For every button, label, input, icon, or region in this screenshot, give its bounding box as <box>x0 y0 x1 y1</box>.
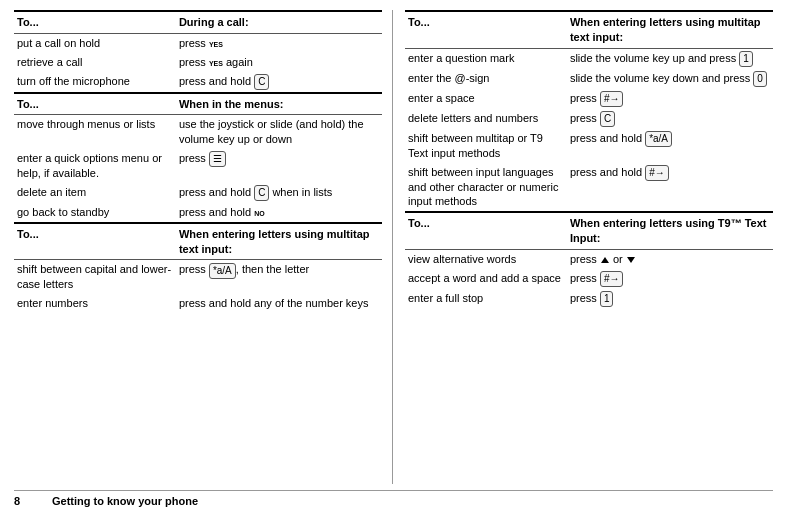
table-row: enter a space press #→ <box>405 89 773 109</box>
page-number: 8 <box>14 495 32 507</box>
row-action: press and hold C <box>176 72 382 93</box>
key-1: 1 <box>739 51 753 67</box>
table-row: shift between input languages and other … <box>405 163 773 213</box>
table-row: move through menus or lists use the joys… <box>14 115 382 149</box>
row-to: delete letters and numbers <box>405 109 567 129</box>
col-action-header: When entering letters using multitap tex… <box>567 11 773 48</box>
page-footer: 8 Getting to know your phone <box>14 490 773 507</box>
row-action: press and hold *a/A <box>567 129 773 163</box>
row-action: press C <box>567 109 773 129</box>
menu-key: ☰ <box>209 151 226 167</box>
left-table: To... During a call: put a call on hold … <box>14 10 382 313</box>
table-row: enter a question mark slide the volume k… <box>405 48 773 69</box>
row-to: shift between multitap or T9 Text input … <box>405 129 567 163</box>
col-action-header: During a call: <box>176 11 382 33</box>
row-to: delete an item <box>14 183 176 203</box>
footer-title: Getting to know your phone <box>52 495 198 507</box>
row-to: enter a quick options menu or help, if a… <box>14 149 176 183</box>
row-action: press and hold #→ <box>567 163 773 213</box>
table-row: turn off the microphone press and hold C <box>14 72 382 93</box>
row-to: retrieve a call <box>14 53 176 72</box>
right-table: To... When entering letters using multit… <box>405 10 773 309</box>
table-header-multitap-r: To... When entering letters using multit… <box>405 11 773 48</box>
table-header-t9: To... When entering letters using T9™ Te… <box>405 212 773 249</box>
row-to: shift between input languages and other … <box>405 163 567 213</box>
left-column: To... During a call: put a call on hold … <box>14 10 393 484</box>
row-action: press #→ <box>567 269 773 289</box>
row-to: accept a word and add a space <box>405 269 567 289</box>
row-to: go back to standby <box>14 203 176 223</box>
right-column: To... When entering letters using multit… <box>393 10 773 484</box>
row-action: press and hold no <box>176 203 382 223</box>
row-to: shift between capital and lower-case let… <box>14 260 176 294</box>
row-action: use the joystick or slide (and hold) the… <box>176 115 382 149</box>
row-to: enter a question mark <box>405 48 567 69</box>
row-action: press ☰ <box>176 149 382 183</box>
table-row: shift between capital and lower-case let… <box>14 260 382 294</box>
table-header-multitap: To... When entering letters using multit… <box>14 223 382 260</box>
hash-key: #→ <box>600 91 624 107</box>
no-key: no <box>254 207 265 218</box>
row-action: slide the volume key up and press 1 <box>567 48 773 69</box>
row-to: enter the @-sign <box>405 69 567 89</box>
star-a-key: *a/A <box>645 131 672 147</box>
col-to-header: To... <box>14 223 176 260</box>
row-to: put a call on hold <box>14 33 176 52</box>
hash-key: #→ <box>600 271 624 287</box>
key-1: 1 <box>600 291 614 307</box>
col-action-header: When entering letters using T9™ Text Inp… <box>567 212 773 249</box>
table-header-during-call: To... During a call: <box>14 11 382 33</box>
table-row: enter a quick options menu or help, if a… <box>14 149 382 183</box>
table-row: enter a full stop press 1 <box>405 289 773 309</box>
row-to: view alternative words <box>405 249 567 268</box>
col-to-header: To... <box>14 93 176 115</box>
table-row: retrieve a call press yes again <box>14 53 382 72</box>
row-to: enter a space <box>405 89 567 109</box>
yes-key: yes <box>209 38 223 49</box>
row-action: press 1 <box>567 289 773 309</box>
table-row: go back to standby press and hold no <box>14 203 382 223</box>
content-area: To... During a call: put a call on hold … <box>14 10 773 484</box>
key-0: 0 <box>753 71 767 87</box>
col-to-header: To... <box>405 212 567 249</box>
row-action: press #→ <box>567 89 773 109</box>
table-row: shift between multitap or T9 Text input … <box>405 129 773 163</box>
table-row: delete an item press and hold C when in … <box>14 183 382 203</box>
row-action: press or <box>567 249 773 268</box>
col-action-header: When in the menus: <box>176 93 382 115</box>
row-action: press *a/A, then the letter <box>176 260 382 294</box>
row-action: press and hold any of the number keys <box>176 294 382 313</box>
c-key: C <box>600 111 615 127</box>
arrow-down-icon <box>627 257 635 263</box>
table-row: delete letters and numbers press C <box>405 109 773 129</box>
hash-key: #→ <box>645 165 669 181</box>
row-to: enter numbers <box>14 294 176 313</box>
table-row: put a call on hold press yes <box>14 33 382 52</box>
row-to: enter a full stop <box>405 289 567 309</box>
row-action: press yes <box>176 33 382 52</box>
col-action-header: When entering letters using multitap tex… <box>176 223 382 260</box>
yes-key: yes <box>209 57 223 68</box>
row-action: press and hold C when in lists <box>176 183 382 203</box>
star-a-key: *a/A <box>209 263 236 279</box>
table-row: view alternative words press or <box>405 249 773 268</box>
col-to-header: To... <box>405 11 567 48</box>
c-key: C <box>254 74 269 90</box>
table-row: accept a word and add a space press #→ <box>405 269 773 289</box>
col-to-header: To... <box>14 11 176 33</box>
arrow-up-icon <box>601 257 609 263</box>
row-to: move through menus or lists <box>14 115 176 149</box>
table-row: enter numbers press and hold any of the … <box>14 294 382 313</box>
table-header-menus: To... When in the menus: <box>14 93 382 115</box>
row-to: turn off the microphone <box>14 72 176 93</box>
page-container: To... During a call: put a call on hold … <box>0 0 787 517</box>
row-action: slide the volume key down and press 0 <box>567 69 773 89</box>
row-action: press yes again <box>176 53 382 72</box>
table-row: enter the @-sign slide the volume key do… <box>405 69 773 89</box>
c-key: C <box>254 185 269 201</box>
